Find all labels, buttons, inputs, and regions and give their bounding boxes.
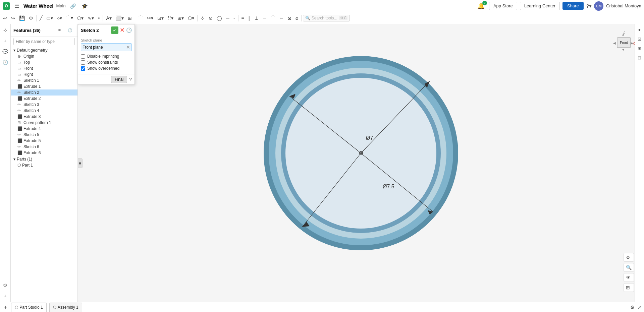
save-button[interactable]: 💾 <box>17 14 26 22</box>
perpendicular-tool[interactable]: ⊥ <box>253 14 260 22</box>
fillet-tool[interactable]: ⌒ <box>137 14 145 22</box>
help-button[interactable]: ?▾ <box>586 3 592 9</box>
sidebar-item-sketch5[interactable]: ✏ Sketch 5 <box>11 132 77 138</box>
final-button[interactable]: Final <box>111 76 127 83</box>
offset-tool[interactable]: ⊡▾ <box>156 14 165 22</box>
dimension-tool[interactable]: ⊙ <box>207 14 214 22</box>
sketch-plane-selector[interactable]: Front plane ✕ <box>81 43 132 51</box>
select-tool[interactable]: ⊹ <box>199 14 206 22</box>
point-tool[interactable]: • <box>96 14 101 22</box>
extrude6-label: Extrude 6 <box>23 150 41 155</box>
image-tool[interactable]: ⬜▾ <box>114 14 125 22</box>
sidebar-collapse-button[interactable]: ≡ <box>78 158 83 168</box>
bottombar-expand-button[interactable]: ⤢ <box>637 305 641 310</box>
circle-tool[interactable]: ○▾ <box>55 14 64 22</box>
sketch-cancel-button[interactable]: ✕ <box>120 27 125 33</box>
disable-imprinting-checkbox[interactable] <box>81 54 85 59</box>
right-panel-btn1[interactable]: ● <box>636 25 644 34</box>
colinear-tool[interactable]: ⊣ <box>261 14 268 22</box>
viewcube[interactable]: Z X Front ▲ ◀ ▶ ▼ <box>610 31 637 58</box>
app-store-button[interactable]: App Store <box>489 2 517 10</box>
show-constraints-checkbox[interactable] <box>81 60 85 65</box>
line-tool[interactable]: ╱ <box>38 14 44 22</box>
sidebar-item-extrude4[interactable]: ⬛ Extrude 4 <box>11 126 77 132</box>
show-overdefined-checkbox[interactable] <box>81 66 85 71</box>
left-history-tool[interactable]: 🕐 <box>1 58 10 67</box>
centerline-tool[interactable]: ⊞ <box>126 14 133 22</box>
redo-button[interactable]: ↪ <box>9 14 17 22</box>
sketch-confirm-button[interactable]: ✓ <box>111 26 118 34</box>
user-avatar[interactable]: CM <box>594 1 603 11</box>
sidebar-item-sketch6[interactable]: ✏ Sketch 6 <box>11 144 77 150</box>
coincident-tool[interactable]: ◦ <box>232 14 237 22</box>
sketch-plane-clear-button[interactable]: ✕ <box>126 45 130 50</box>
show-hidden-button[interactable]: 👁 <box>55 25 64 35</box>
construction-tool[interactable]: ◯ <box>215 14 224 22</box>
link-button[interactable]: 🔗 <box>68 2 77 10</box>
sidebar-item-right[interactable]: ▭ Right <box>11 71 77 77</box>
model-svg: Ø7 Ø7.5 <box>252 44 470 262</box>
text-tool[interactable]: A▾ <box>104 14 113 22</box>
sidebar-item-sketch2[interactable]: ✏ Sketch 2 <box>11 89 77 96</box>
left-bottom-tool2[interactable]: + <box>1 291 10 301</box>
trim-tool[interactable]: ✂▾ <box>145 14 155 22</box>
sidebar-item-extrude5[interactable]: ⬛ Extrude 5 <box>11 138 77 144</box>
right-panel-btn2[interactable]: ⊡ <box>636 35 644 43</box>
right-panel-btn4[interactable]: ⊟ <box>636 54 644 62</box>
sidebar-item-extrude2[interactable]: ⬛ Extrude 2 <box>11 96 77 102</box>
tangent-tool[interactable]: ⌒ <box>269 14 277 22</box>
sidebar-item-extrude1[interactable]: ⬛ Extrude 1 <box>11 83 77 89</box>
sidebar-item-top[interactable]: ▭ Top <box>11 59 77 65</box>
sidebar-item-extrude3[interactable]: ⬛ Extrude 3 <box>11 114 77 120</box>
feature-history-button[interactable]: 🕐 <box>65 25 75 35</box>
viewport-section-button[interactable]: ⊞ <box>624 283 634 292</box>
equal-tool[interactable]: = <box>240 14 246 22</box>
viewport-appear-button[interactable]: 👁 <box>624 273 634 282</box>
sketch-clock-button[interactable]: 🕐 <box>126 27 132 33</box>
tab-assembly[interactable]: ⬡ Assembly 1 <box>49 303 82 312</box>
parts-header[interactable]: ▾ Parts (1) <box>11 156 77 162</box>
bottombar-settings-button[interactable]: ⚙ <box>630 305 635 310</box>
fix-tool[interactable]: ⊠ <box>286 14 293 22</box>
rect-tool[interactable]: ▭▾ <box>45 14 55 22</box>
midpoint-tool[interactable]: ─ <box>224 14 231 22</box>
transform-tool[interactable]: ⬡▾ <box>186 14 196 22</box>
default-geometry-header[interactable]: ▾ Default geometry <box>11 47 77 53</box>
learn-button[interactable]: 🎓 <box>80 2 89 10</box>
sidebar-item-sketch3[interactable]: ✏ Sketch 3 <box>11 102 77 108</box>
left-add-tool[interactable]: + <box>1 36 10 46</box>
settings-button[interactable]: ⚙ <box>27 14 35 22</box>
undo-button[interactable]: ↩ <box>1 14 9 22</box>
tab-part-studio[interactable]: ⬡ Part Studio 1 <box>11 303 46 312</box>
origin-icon: ⊕ <box>17 54 22 59</box>
right-panel-btn3[interactable]: ⊞ <box>636 44 644 52</box>
tool-search-box[interactable]: 🔍 Search tools... alt C <box>303 15 350 21</box>
learning-center-button[interactable]: Learning Center <box>520 2 560 10</box>
arc-tool[interactable]: ⌒▾ <box>64 14 75 22</box>
pierce-tool[interactable]: ⌀ <box>294 14 300 22</box>
parallel-tool[interactable]: ∥ <box>247 14 252 22</box>
left-comment-tool[interactable]: 💬 <box>1 47 10 56</box>
sidebar-item-part1[interactable]: ⬡ Part 1 <box>11 162 77 168</box>
sidebar-item-curve-pattern1[interactable]: ⊞ Curve pattern 1 <box>11 120 77 126</box>
notifications-button[interactable]: 🔔 2 <box>476 1 486 11</box>
sidebar-item-origin[interactable]: ⊕ Origin <box>11 53 77 59</box>
viewport-settings-button[interactable]: ⚙ <box>624 253 634 262</box>
symmetric-tool[interactable]: ⊢ <box>278 14 285 22</box>
add-tab-button[interactable]: + <box>3 304 8 311</box>
mirror-tool[interactable]: ⊞▾ <box>176 14 185 22</box>
spline-tool[interactable]: ∿▾ <box>86 14 96 22</box>
sidebar-item-extrude6[interactable]: ⬛ Extrude 6 <box>11 150 77 156</box>
sidebar-item-sketch1[interactable]: ✏ Sketch 1 <box>11 77 77 83</box>
sketch-help-button[interactable]: ? <box>129 77 132 82</box>
filter-input[interactable] <box>13 38 75 45</box>
left-bottom-tool1[interactable]: ⚙ <box>1 280 10 290</box>
viewport-zoom-button[interactable]: 🔍 <box>624 263 634 272</box>
hamburger-menu-button[interactable]: ☰ <box>13 2 21 10</box>
sidebar-item-sketch4[interactable]: ✏ Sketch 4 <box>11 108 77 114</box>
left-select-tool[interactable]: ⊹ <box>1 25 10 35</box>
linear-pattern-tool[interactable]: ⠿▾ <box>166 14 175 22</box>
sidebar-item-front[interactable]: ▭ Front <box>11 65 77 71</box>
share-button[interactable]: Share <box>562 2 584 10</box>
polygon-tool[interactable]: ⬡▾ <box>75 14 85 22</box>
